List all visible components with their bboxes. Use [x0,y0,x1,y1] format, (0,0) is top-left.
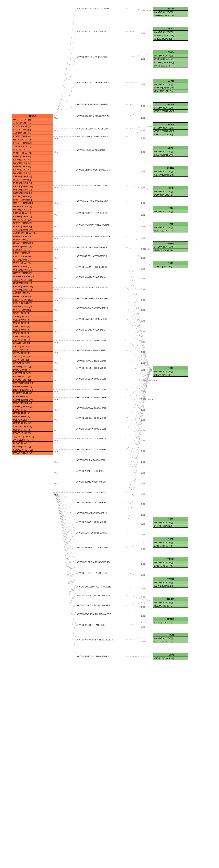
table-header: TFACD [153,617,188,621]
join-label: AFVGD-ZEIMU = T006-MSEHI [76,480,106,483]
join-label: AFVGD-ZEIWM = T006-MSEHI [76,512,107,514]
cardinality-label: 0..N [141,83,145,86]
table-row: MANDT [CLNT (3)] [153,54,188,58]
cardinality-label: 0..N [55,186,58,188]
cardinality-label: 0..N [141,588,145,590]
cardinality-label: 0..N [141,268,145,270]
join-label: AFVGD-EKGRP = T024-EKGRP [76,546,107,549]
cardinality-label: 0..N [141,548,145,551]
cardinality-label: 0..N [141,117,145,119]
table-row: BZOFFB [CHAR (2)] [12,381,53,385]
table-row: WAERS [CUKY (5)] [153,604,188,608]
table-header: TSP03 [153,653,188,657]
cardinality-label: 0..N [141,483,145,485]
table-row: OBJNR [CHAR (22)] [12,242,53,245]
table-t024e: T024EMANDT [CLNT (3)]EKORG [CHAR (4)] [153,557,188,568]
table-row: MSEHI [UNIT (3)] [153,373,188,376]
join-label: AFVGD-ZEILM = T006-MSEHI [76,448,106,451]
table-row: EWDNE [UNIT (3)] [12,375,53,378]
table-row: KNOTE [CHAR (10)] [12,398,53,402]
table-header: ONR00 [153,166,188,170]
cardinality-label: 0..N [141,309,145,311]
table-row: LIFNR [CHAR (10)] [12,198,53,202]
join-label: AFVGD-MANDT = T000-MANDT [76,200,108,203]
table-row: USE06 [CUKY (5)] [12,418,53,422]
table-row: RASCH [CHAR (2)] [12,188,53,191]
join-label: AFVGD-PDAE = T006-MSEHI [76,349,105,351]
table-row: ANFKOKRS [CHAR (4)] [12,231,53,235]
table-row: EKGRP [CHAR (3)] [153,544,188,548]
cardinality-label: 0..N [141,574,145,576]
table-t024: T024MANDT [CLNT (3)]EKGRP [CHAR (3)] [153,537,188,548]
cardinality-label: 0..N [141,641,145,643]
table-row: RSTRA [CHAR (2)] [12,195,53,198]
table-row: AUFPL [NUMC (10)] [153,34,188,37]
cardinality-label: 0..N [141,439,145,441]
table-row: ARBII [NUMC (8)] [12,291,53,295]
join-label: AFVGD-AENNR = AENR-AENNR [76,7,109,10]
table-row: GSBER [CHAR (4)] [12,281,53,285]
cardinality-label: 0..N [55,137,58,140]
join-label: AFVGD-BUKRS = T001-BUKRS [76,212,107,214]
table-row: VSTGA [CHAR (4)] [12,405,53,408]
table-row: VGE03 [UNIT (3)] [12,325,53,328]
table-row: DAUNE [UNIT (3)] [12,365,53,368]
cardinality-label: 0..N [55,430,58,432]
cardinality-label: 0..N [141,369,145,371]
table-row: STEUS [CHAR (4)] [12,128,53,131]
table-header: AFVGD [12,114,53,118]
table-row: BANFN [CHAR (10)] [153,86,188,89]
table-row: RFGRP [CHAR (10)] [12,181,53,185]
table-row: TXTSP [LANG (1)] [12,145,53,148]
cardinality-label: 0..N [141,105,145,107]
join-label: AFVGD-LOSME = T006-MSEHI [76,329,107,331]
table-row: MANDT [CLNT (3)] [153,601,188,604]
table-tfacd: TFACDIDENT [CHAR (2)] [153,617,188,624]
cardinality-label: 0..N [55,472,58,474]
table-row: PHSEQ [CHAR (2)] [12,268,53,272]
table-row: MATKL [CHAR (9)] [12,218,53,221]
cardinality-label: 0..N [55,117,58,119]
join-label: AFVGD-WAERS = TCURC-WAERS [76,613,111,615]
table-t001w: T001WMANDT [CLNT (3)]WERKS [CHAR (4)] [153,242,188,252]
table-row: SAKTO [CHAR (10)] [12,202,53,205]
table-header: AENR [153,7,188,10]
table-row: EHOFFE [UNIT (3)] [12,392,53,395]
cardinality-label: 0..N [55,341,58,343]
cardinality-label: 0..N [55,390,58,393]
table-header: EBAN [153,79,188,83]
table-row: ZEIWN [UNIT (3)] [12,351,53,355]
cardinality-label: 0..N [55,288,58,290]
table-header: EKKO [153,102,188,106]
table-row: QUALF [CHAR (2)] [12,178,53,181]
table-row: MANDT [CLNT (3)] [153,561,188,564]
table-row: MATKL [CHAR (9)] [153,524,188,527]
table-lfa1: LFA1MANDT [CLNT (3)]LIFNR [CHAR (10)] [153,146,188,157]
cardinality-label: 0..N [55,450,58,452]
join-label: AFVGD-ZEITN = T006-MSEHI [76,501,106,503]
table-header: EKPO [153,123,188,126]
table-row: INFNR [CHAR (10)] [12,208,53,212]
table-row: EKGRP [CHAR (3)] [12,215,53,218]
join-label: AFVGD-VGE06 = T006-MSEHI [76,428,106,430]
cardinality-label: 0..N [55,369,58,371]
table-row: MANDT [CLNT (3)] [153,126,188,130]
table-row: VGE05 [UNIT (3)] [12,332,53,335]
cardinality-label: 0..N [55,299,58,301]
cardinality-label: 0..N [141,32,145,34]
table-header: T023 [153,517,188,521]
table-row: PRCTR [CHAR (10)] [12,285,53,288]
table-row: SLWID [CHAR (7)] [12,408,53,411]
table-row: ZEITM [UNIT (3)] [12,362,53,365]
cardinality-label: 0..N [55,237,58,240]
table-row: APLZL [NUMC (8)] [153,37,188,40]
table-row: LAR01 [CHAR (6)] [12,155,53,158]
table-row: MANDT [CLNT (3)] [153,210,188,213]
join-label: AFVGD-OTYPE = T778O-OTYPE [76,572,109,574]
table-tka01: TKA01MANDT [CLNT (3)]KOKRS [CHAR (4)] [153,633,188,643]
join-label: AFVGD-APLZL = AFVC-APLZL [76,30,106,33]
table-row: OTYPE [CHAR (2)] [153,584,188,588]
cardinality-label: 0..N [55,461,58,463]
table-row: EBELN [CHAR (10)] [153,130,188,133]
cardinality-label: 0..N [141,419,145,421]
